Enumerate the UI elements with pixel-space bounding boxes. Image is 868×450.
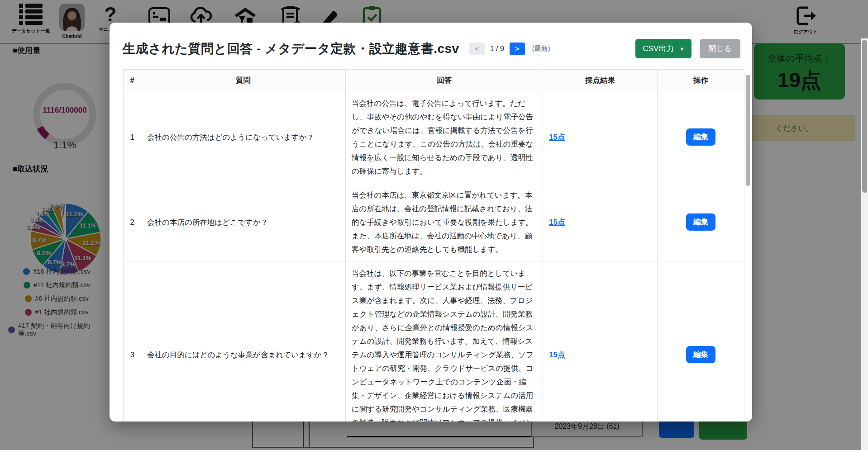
answer-cell: 当会社の公告は、電子公告によって行います。ただし、事故やその他のやむを得ない事由… xyxy=(346,91,543,183)
qa-table-row: 2 会社の本店の所在地はどこですか？ 当会社の本店は、東京都文京区に置かれていま… xyxy=(124,183,744,261)
col-header-action: 操作 xyxy=(658,70,744,91)
prev-page-button[interactable]: < xyxy=(469,43,485,55)
next-page-button[interactable]: > xyxy=(510,43,525,55)
caret-down-icon: ▼ xyxy=(679,46,684,52)
action-cell: 編集 xyxy=(658,183,744,261)
action-cell: 編集 xyxy=(658,91,744,183)
page-scrollbar-thumb[interactable] xyxy=(862,40,867,193)
col-header-answer: 回答 xyxy=(346,70,543,91)
modal-header: 生成された質問と回答 - メタデータ定款・設立趣意書.csv < 1 / 9 >… xyxy=(110,23,752,58)
csv-export-button[interactable]: CSV出力 ▼ xyxy=(635,39,692,58)
action-cell: 編集 xyxy=(658,261,744,422)
edit-button[interactable]: 編集 xyxy=(686,213,715,231)
question-cell: 会社の公告の方法はどのようになっていますか？ xyxy=(141,91,346,183)
qa-table-header-row: # 質問 回答 採点結果 操作 xyxy=(124,70,744,91)
answer-cell: 当会社は、以下の事業を営むことを目的としています。まず、情報処理サービス業および… xyxy=(346,261,543,422)
qa-table-container: # 質問 回答 採点結果 操作 1 会社の公告の方法はどのようになっていますか？… xyxy=(123,69,745,422)
score-cell: 15点 xyxy=(543,183,658,261)
qa-table-row: 3 会社の目的にはどのような事業が含まれていますか？ 当会社は、以下の事業を営む… xyxy=(124,261,744,422)
score-link[interactable]: 15点 xyxy=(549,133,565,142)
answer-cell: 当会社の本店は、東京都文京区に置かれています。本店の所在地は、会社の登記情報に記… xyxy=(346,183,543,261)
question-cell: 会社の目的にはどのような事業が含まれていますか？ xyxy=(141,261,346,422)
question-cell: 会社の本店の所在地はどこですか？ xyxy=(141,183,346,261)
pagination: < 1 / 9 > (最新) xyxy=(469,43,550,55)
score-cell: 15点 xyxy=(543,91,658,183)
col-header-question: 質問 xyxy=(141,70,346,91)
col-header-score: 採点結果 xyxy=(543,70,658,91)
modal-scrollbar-thumb[interactable] xyxy=(746,75,750,186)
modal-scrollbar[interactable] xyxy=(746,71,750,419)
qa-table: # 質問 回答 採点結果 操作 1 会社の公告の方法はどのようになっていますか？… xyxy=(123,69,744,422)
close-button[interactable]: 閉じる xyxy=(700,39,740,58)
row-number: 1 xyxy=(124,91,141,183)
qa-modal: 生成された質問と回答 - メタデータ定款・設立趣意書.csv < 1 / 9 >… xyxy=(110,23,752,422)
edit-button[interactable]: 編集 xyxy=(686,128,715,146)
score-cell: 15点 xyxy=(543,261,658,422)
qa-table-row: 1 会社の公告の方法はどのようになっていますか？ 当会社の公告は、電子公告によっ… xyxy=(124,91,744,183)
csv-export-label: CSV出力 xyxy=(643,43,674,54)
qa-table-body: 1 会社の公告の方法はどのようになっていますか？ 当会社の公告は、電子公告によっ… xyxy=(124,91,744,422)
edit-button[interactable]: 編集 xyxy=(686,346,715,363)
latest-note: (最新) xyxy=(532,44,550,53)
header-buttons: CSV出力 ▼ 閉じる xyxy=(635,39,740,58)
score-link[interactable]: 15点 xyxy=(549,351,565,359)
row-number: 3 xyxy=(124,261,141,422)
page-scrollbar[interactable] xyxy=(861,38,868,450)
col-header-num: # xyxy=(124,70,141,91)
score-link[interactable]: 15点 xyxy=(549,218,565,227)
page-indicator: 1 / 9 xyxy=(490,45,504,53)
modal-title: 生成された質問と回答 - メタデータ定款・設立趣意書.csv xyxy=(123,40,459,57)
row-number: 2 xyxy=(124,183,141,261)
